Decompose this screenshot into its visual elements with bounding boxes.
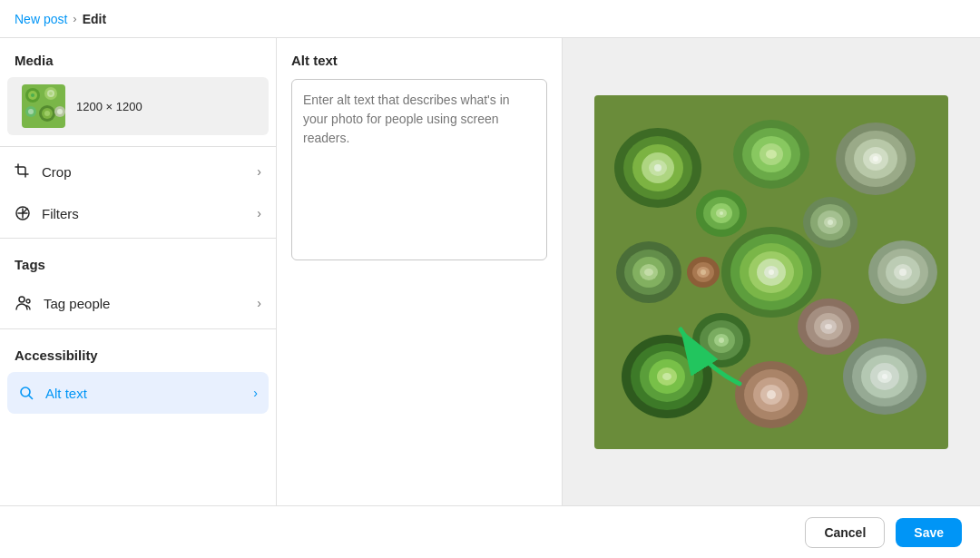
- breadcrumb-separator: ›: [73, 12, 76, 25]
- svg-point-31: [654, 164, 662, 171]
- cancel-button[interactable]: Cancel: [805, 517, 885, 548]
- alt-text-section-title: Alt text: [291, 53, 547, 68]
- svg-point-64: [766, 150, 777, 159]
- tag-people-chevron-icon: ›: [257, 296, 261, 310]
- top-bar: New post › Edit: [0, 0, 980, 38]
- left-sidebar: Media: [0, 38, 277, 505]
- alt-text-menu-item[interactable]: Alt text ›: [7, 372, 269, 414]
- media-section-title: Media: [0, 38, 276, 77]
- svg-point-37: [873, 156, 878, 162]
- svg-point-6: [49, 92, 53, 95]
- accessibility-section-title: Accessibility: [0, 333, 276, 372]
- svg-point-25: [769, 269, 774, 275]
- svg-point-8: [28, 109, 34, 114]
- svg-point-69: [767, 390, 776, 399]
- alt-text-chevron-icon: ›: [253, 386, 258, 400]
- crop-label: Crop: [42, 164, 72, 180]
- filters-menu-left: Filters: [15, 205, 79, 221]
- tag-people-icon: [15, 294, 33, 312]
- svg-point-15: [19, 297, 24, 302]
- svg-point-89: [825, 324, 832, 329]
- tag-people-label: Tag people: [44, 296, 110, 311]
- save-button[interactable]: Save: [896, 518, 962, 547]
- media-dimensions: 1200 × 1200: [76, 100, 142, 113]
- divider-3: [0, 328, 276, 329]
- new-post-link[interactable]: New post: [15, 12, 67, 26]
- alt-text-input[interactable]: [291, 79, 547, 260]
- crop-icon: [15, 163, 31, 180]
- page-title: Edit: [83, 12, 106, 26]
- crop-chevron-icon: ›: [257, 164, 261, 179]
- image-preview-panel: [563, 38, 980, 505]
- bottom-bar: Cancel Save: [0, 505, 980, 558]
- filters-icon: [15, 205, 31, 221]
- preview-image: [594, 95, 948, 449]
- svg-point-59: [899, 269, 906, 276]
- filters-label: Filters: [42, 206, 79, 221]
- svg-point-84: [719, 338, 724, 343]
- svg-point-93: [701, 269, 706, 275]
- media-item: 1200 × 1200: [7, 77, 269, 135]
- search-icon: [18, 385, 34, 401]
- media-thumbnail: [22, 84, 65, 128]
- svg-point-74: [720, 211, 723, 215]
- divider-2: [0, 238, 276, 239]
- svg-point-16: [26, 299, 30, 303]
- middle-panel: Alt text: [277, 38, 563, 505]
- svg-point-3: [31, 93, 34, 97]
- svg-point-11: [44, 111, 50, 116]
- filters-chevron-icon: ›: [257, 206, 261, 220]
- svg-point-49: [882, 374, 887, 379]
- divider-1: [0, 146, 276, 147]
- tags-section-title: Tags: [0, 242, 276, 281]
- alt-text-label: Alt text: [45, 386, 87, 401]
- tag-people-menu-item[interactable]: Tag people ›: [0, 281, 276, 325]
- svg-point-54: [644, 269, 653, 276]
- svg-point-43: [662, 373, 671, 380]
- svg-point-79: [828, 220, 833, 225]
- alt-text-menu-left: Alt text: [18, 385, 87, 401]
- filters-menu-item[interactable]: Filters ›: [0, 192, 276, 234]
- svg-point-13: [57, 109, 63, 114]
- main-content: Media: [0, 38, 980, 505]
- tag-people-menu-left: Tag people: [15, 294, 110, 312]
- crop-menu-item[interactable]: Crop ›: [0, 151, 276, 192]
- crop-menu-left: Crop: [15, 163, 72, 180]
